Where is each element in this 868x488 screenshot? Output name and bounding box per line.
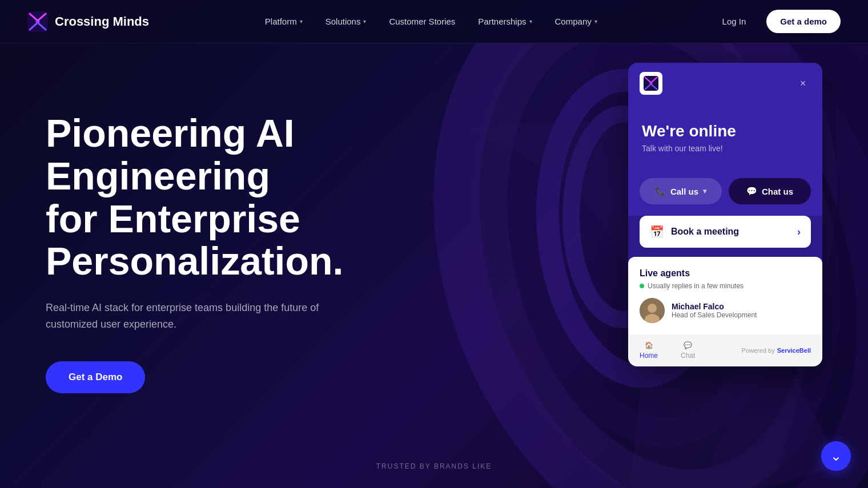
chevron-down-icon: ▾ (300, 18, 303, 25)
chevron-down-icon: ▾ (703, 187, 706, 195)
chat-widget: × We're online Talk with our team live! … (628, 63, 822, 366)
chevron-down-icon: ⌄ (830, 449, 842, 463)
svg-point-16 (648, 304, 657, 313)
chat-home-tab[interactable]: 🏠 Home (640, 341, 658, 360)
chat-logo (640, 72, 662, 95)
login-button[interactable]: Log In (713, 12, 756, 31)
chat-online-subtitle: Talk with our team live! (642, 144, 809, 153)
nav-links: Platform ▾ Solutions ▾ Customer Stories … (256, 12, 606, 31)
navbar: Crossing Minds Platform ▾ Solutions ▾ Cu… (0, 0, 868, 43)
chevron-down-icon: ▾ (594, 18, 597, 25)
nav-right: Log In Get a demo (713, 10, 841, 33)
live-agents-status: Usually replies in a few minutes (640, 282, 811, 290)
logo-icon (27, 11, 48, 32)
nav-customer-stories[interactable]: Customer Stories (380, 12, 464, 31)
hero-title: Pioneering AI Engineering for Enterprise… (46, 112, 326, 283)
calendar-icon: 📅 (650, 225, 664, 239)
agent-name: Michael Falco (672, 302, 757, 311)
hero-section: Pioneering AI Engineering for Enterprise… (0, 43, 371, 427)
hero-cta-button[interactable]: Get a Demo (46, 361, 145, 393)
servicebell-brand: ServiceBell (777, 347, 811, 354)
phone-icon: 📞 (655, 186, 666, 196)
chat-header: × (628, 63, 822, 104)
chat-icon: 💬 (746, 186, 757, 196)
live-agents-title: Live agents (640, 268, 811, 279)
live-agents-section: Live agents Usually replies in a few min… (628, 257, 822, 334)
agent-avatar (640, 298, 665, 323)
brand-name: Crossing Minds (55, 14, 149, 29)
chat-footer: 🏠 Home 💬 Chat Powered by ServiceBell (628, 334, 822, 366)
chat-actions: 📞 Call us ▾ 💬 Chat us (628, 167, 822, 216)
trusted-section: TRUSTED BY BRANDS LIKE (376, 461, 492, 471)
chat-logo-icon (644, 76, 658, 91)
call-us-button[interactable]: 📞 Call us ▾ (640, 178, 722, 204)
trusted-label: TRUSTED BY BRANDS LIKE (376, 462, 492, 470)
nav-solutions[interactable]: Solutions ▾ (316, 12, 376, 31)
arrow-right-icon: › (797, 226, 801, 238)
chat-tab-icon: 💬 (684, 341, 692, 349)
powered-by: Powered by ServiceBell (742, 347, 811, 354)
agent-item: Michael Falco Head of Sales Development (640, 298, 811, 323)
chevron-down-icon: ▾ (363, 18, 366, 25)
nav-platform[interactable]: Platform ▾ (256, 12, 312, 31)
logo[interactable]: Crossing Minds (27, 11, 149, 32)
chevron-down-icon: ▾ (529, 18, 532, 25)
chat-us-button[interactable]: 💬 Chat us (729, 178, 811, 204)
chat-chat-tab[interactable]: 💬 Chat (681, 341, 695, 360)
chat-close-button[interactable]: × (795, 75, 811, 91)
fab-button[interactable]: ⌄ (821, 441, 851, 471)
get-demo-button[interactable]: Get a demo (766, 10, 841, 33)
book-meeting-button[interactable]: 📅 Book a meeting › (640, 216, 811, 248)
chat-online-title: We're online (642, 122, 809, 140)
nav-partnerships[interactable]: Partnerships ▾ (469, 12, 541, 31)
home-icon: 🏠 (645, 341, 653, 349)
online-status-dot (640, 284, 644, 288)
agent-title: Head of Sales Development (672, 311, 757, 319)
nav-company[interactable]: Company ▾ (546, 12, 606, 31)
book-meeting-label: Book a meeting (671, 227, 739, 237)
chat-online-section: We're online Talk with our team live! (628, 104, 822, 167)
hero-subtitle: Real-time AI stack for enterprise teams … (46, 300, 326, 333)
